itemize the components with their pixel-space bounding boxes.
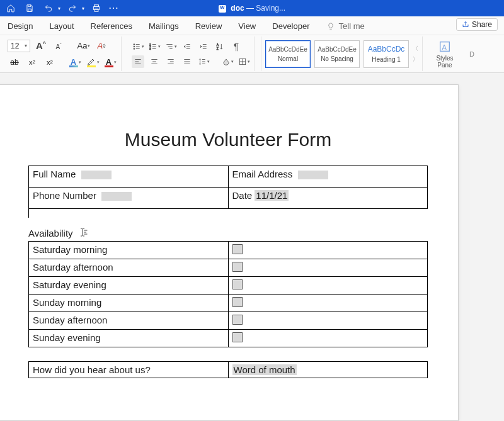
availability-checkbox-cell[interactable] [228,295,428,312]
table-row[interactable]: Sunday evening [29,330,428,347]
availability-slot-cell[interactable]: Sunday afternoon [29,312,229,330]
tab-layout[interactable]: Layout [48,18,75,35]
shading-button[interactable]: ▾ [221,55,234,68]
font-color-button[interactable]: A▾ [103,55,117,69]
checkbox[interactable] [232,262,243,272]
table-row[interactable]: How did you hear about us? Word of mouth [29,362,428,378]
checkbox[interactable] [232,332,243,342]
ribbon-overflow[interactable]: D [467,50,474,58]
tab-developer[interactable]: Developer [271,18,311,35]
styles-pane-button[interactable]: A Styles Pane [429,40,461,69]
table-row[interactable]: Phone Number Date 11/1/21 [29,188,428,209]
email-cell[interactable]: Email Address [228,166,428,188]
home-icon[interactable] [4,1,18,15]
availability-table[interactable]: Saturday morningSaturday afternoonSaturd… [28,241,428,347]
change-case-button[interactable]: Aa▾ [77,39,91,53]
bullets-button[interactable]: ▾ [132,40,144,53]
styles-pane-icon: A [438,40,452,53]
save-icon[interactable] [23,1,37,15]
hear-about-table[interactable]: How did you hear about us? Word of mouth [28,361,428,378]
align-left-button[interactable] [132,55,144,68]
style-normal[interactable]: AaBbCcDdEe Normal [265,40,311,68]
svg-text:Z: Z [217,47,219,50]
contact-table[interactable]: Full Name Email Address Phone Number Dat… [28,166,428,209]
availability-slot-cell[interactable]: Sunday morning [29,295,229,312]
phone-cell[interactable]: Phone Number [29,188,229,209]
increase-indent-button[interactable] [197,40,210,53]
style-no-spacing[interactable]: AaBbCcDdEe No Spacing [314,40,360,68]
table-row[interactable]: Full Name Email Address [29,166,428,188]
align-center-button[interactable] [148,55,161,68]
availability-checkbox-cell[interactable] [228,242,428,259]
print-icon[interactable] [89,1,103,15]
hear-question-cell[interactable]: How did you hear about us? [29,362,229,378]
checkbox[interactable] [232,244,243,254]
document-canvas[interactable]: Museum Volunteer Form Full Name Email Ad… [0,73,504,421]
subscript-button[interactable]: x2 [25,55,39,69]
full-name-field[interactable] [81,171,112,179]
undo-dropdown[interactable]: ▾ [58,6,60,11]
borders-button[interactable]: ▾ [238,55,250,68]
multilevel-list-button[interactable]: ▾ [164,40,177,53]
shrink-font-button[interactable]: Aˇ [52,39,66,53]
style-heading-1[interactable]: AaBbCcDc Heading 1 [364,40,409,68]
tab-view[interactable]: View [237,18,257,35]
availability-checkbox-cell[interactable] [228,259,428,277]
table-row[interactable]: Saturday morning [29,242,428,259]
availability-checkbox-cell[interactable] [228,312,428,330]
tab-mailings[interactable]: Mailings [147,18,180,35]
checkbox[interactable] [232,297,243,307]
tell-me-search[interactable]: Tell me [325,18,366,35]
hear-answer-cell[interactable]: Word of mouth [228,362,428,378]
numbering-button[interactable]: 123▾ [148,40,161,53]
hear-answer-field[interactable]: Word of mouth [232,364,297,375]
text-effects-button[interactable]: A▾ [68,55,82,69]
table-row[interactable]: Sunday morning [29,295,428,312]
checkbox[interactable] [232,315,243,325]
sort-button[interactable]: AZ [214,40,226,53]
grow-font-button[interactable]: A^ [34,39,48,53]
checkbox[interactable] [232,279,243,289]
word-doc-icon [219,5,226,13]
justify-button[interactable] [181,55,193,68]
tab-design[interactable]: Design [6,18,34,35]
share-button[interactable]: Share [456,18,498,31]
availability-checkbox-cell[interactable] [228,277,428,295]
availability-slot-cell[interactable]: Saturday afternoon [29,259,229,277]
document-page[interactable]: Museum Volunteer Form Full Name Email Ad… [0,84,459,421]
clear-formatting-button[interactable]: A◊ [94,39,108,53]
table-row[interactable]: Saturday evening [29,277,428,295]
decrease-indent-button[interactable] [181,40,193,53]
full-name-cell[interactable]: Full Name [29,166,229,188]
show-paragraph-marks-button[interactable]: ¶ [230,40,243,53]
styles-gallery-scroll[interactable]: 〈〉 [413,45,418,64]
undo-icon[interactable] [42,1,55,15]
highlight-button[interactable]: ▾ [86,55,100,69]
font-size-combo[interactable]: 12▾ [8,40,30,52]
date-cell[interactable]: Date 11/1/21 [228,188,428,209]
redo-icon[interactable] [66,1,79,15]
titlebar: ▾ ▾ ⋯ doc — Saving... [0,0,504,16]
availability-checkbox-cell[interactable] [228,330,428,347]
superscript-button[interactable]: x2 [43,55,57,69]
availability-slot-cell[interactable]: Saturday evening [29,277,229,295]
redo-dropdown[interactable]: ▾ [82,6,84,11]
table-row[interactable]: Sunday afternoon [29,312,428,330]
email-field[interactable] [298,171,328,179]
tab-references[interactable]: References [89,18,134,35]
availability-slot-cell[interactable]: Sunday evening [29,330,229,347]
document-heading[interactable]: Museum Volunteer Form [28,129,428,150]
availability-slot-cell[interactable]: Saturday morning [29,242,229,259]
line-spacing-button[interactable]: ▾ [197,55,210,68]
svg-text:3: 3 [149,47,151,50]
tab-review[interactable]: Review [194,18,224,35]
phone-field[interactable] [101,192,132,201]
availability-label[interactable]: Availability [28,227,428,240]
strikethrough-button[interactable]: ab [8,55,21,69]
table-row[interactable]: Saturday afternoon [29,259,428,277]
lightbulb-icon [326,22,335,31]
align-right-button[interactable] [164,55,177,68]
date-field[interactable]: 11/1/21 [255,190,289,201]
text-caret [28,209,428,218]
more-commands-icon[interactable]: ⋯ [108,4,119,13]
